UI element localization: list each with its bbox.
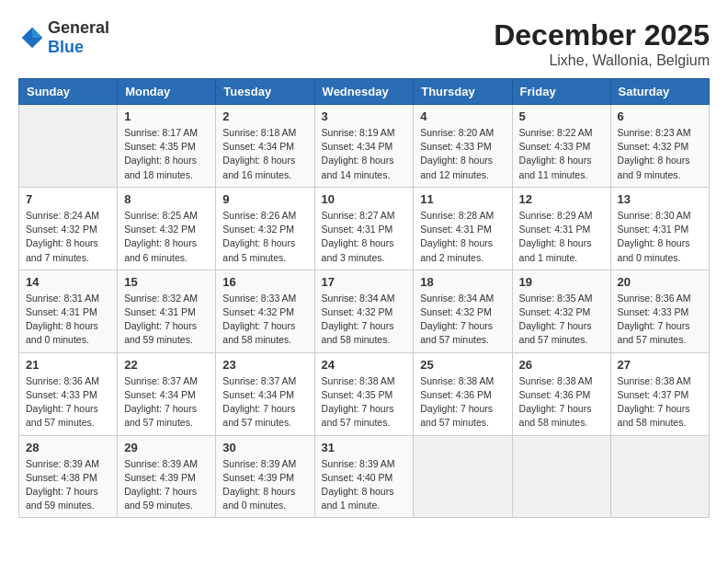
- calendar-cell: 12Sunrise: 8:29 AM Sunset: 4:31 PM Dayli…: [512, 187, 610, 270]
- calendar-cell: 20Sunrise: 8:36 AM Sunset: 4:33 PM Dayli…: [610, 270, 709, 352]
- day-number: 14: [26, 275, 110, 289]
- calendar-cell: 3Sunrise: 8:19 AM Sunset: 4:34 PM Daylig…: [314, 105, 414, 188]
- calendar-cell: 25Sunrise: 8:38 AM Sunset: 4:36 PM Dayli…: [414, 352, 512, 435]
- calendar-cell: 26Sunrise: 8:38 AM Sunset: 4:36 PM Dayli…: [512, 352, 610, 435]
- day-number: 29: [124, 441, 209, 454]
- calendar-cell: 2Sunrise: 8:18 AM Sunset: 4:34 PM Daylig…: [216, 105, 314, 188]
- day-info: Sunrise: 8:27 AM Sunset: 4:31 PM Dayligh…: [322, 209, 407, 265]
- logo-icon: [18, 24, 46, 52]
- calendar-cell: 18Sunrise: 8:34 AM Sunset: 4:32 PM Dayli…: [414, 270, 512, 352]
- calendar-cell: 21Sunrise: 8:36 AM Sunset: 4:33 PM Dayli…: [19, 352, 118, 435]
- calendar-cell: 16Sunrise: 8:33 AM Sunset: 4:32 PM Dayli…: [216, 270, 314, 352]
- day-number: 31: [322, 441, 407, 454]
- page-subtitle: Lixhe, Wallonia, Belgium: [494, 52, 710, 69]
- logo-text-blue: Blue: [48, 38, 84, 56]
- day-info: Sunrise: 8:38 AM Sunset: 4:36 PM Dayligh…: [519, 374, 604, 431]
- day-number: 24: [322, 358, 407, 372]
- calendar-week-row: 14Sunrise: 8:31 AM Sunset: 4:31 PM Dayli…: [19, 270, 710, 352]
- calendar-week-row: 21Sunrise: 8:36 AM Sunset: 4:33 PM Dayli…: [19, 352, 710, 435]
- calendar-cell: 31Sunrise: 8:39 AM Sunset: 4:40 PM Dayli…: [314, 435, 414, 518]
- day-info: Sunrise: 8:19 AM Sunset: 4:34 PM Dayligh…: [322, 126, 407, 182]
- day-number: 30: [222, 441, 307, 454]
- day-info: Sunrise: 8:22 AM Sunset: 4:33 PM Dayligh…: [519, 126, 604, 182]
- day-info: Sunrise: 8:26 AM Sunset: 4:32 PM Dayligh…: [222, 209, 307, 265]
- svg-marker-1: [32, 28, 42, 38]
- calendar-cell: [19, 105, 118, 188]
- calendar-cell: 14Sunrise: 8:31 AM Sunset: 4:31 PM Dayli…: [19, 270, 118, 352]
- day-number: 2: [222, 109, 307, 123]
- calendar-week-row: 28Sunrise: 8:39 AM Sunset: 4:38 PM Dayli…: [19, 435, 710, 518]
- day-number: 20: [618, 275, 702, 289]
- day-number: 7: [26, 192, 110, 206]
- day-number: 6: [618, 109, 702, 123]
- calendar-cell: 27Sunrise: 8:38 AM Sunset: 4:37 PM Dayli…: [610, 352, 709, 435]
- day-number: 21: [26, 358, 110, 372]
- calendar-cell: 11Sunrise: 8:28 AM Sunset: 4:31 PM Dayli…: [414, 187, 512, 270]
- day-number: 12: [519, 192, 604, 206]
- day-info: Sunrise: 8:37 AM Sunset: 4:34 PM Dayligh…: [222, 374, 307, 431]
- calendar-cell: 19Sunrise: 8:35 AM Sunset: 4:32 PM Dayli…: [512, 270, 610, 352]
- day-number: 9: [222, 192, 307, 206]
- day-info: Sunrise: 8:37 AM Sunset: 4:34 PM Dayligh…: [124, 374, 209, 431]
- calendar-table: SundayMondayTuesdayWednesdayThursdayFrid…: [18, 78, 710, 518]
- page-title: December 2025: [494, 18, 710, 52]
- calendar-cell: 29Sunrise: 8:39 AM Sunset: 4:39 PM Dayli…: [118, 435, 216, 518]
- day-number: 17: [322, 275, 407, 289]
- day-number: 27: [618, 358, 702, 372]
- day-number: 15: [124, 275, 209, 289]
- day-number: 1: [124, 109, 209, 123]
- day-number: 28: [26, 441, 110, 454]
- column-header-tuesday: Tuesday: [216, 79, 314, 105]
- day-number: 16: [222, 275, 307, 289]
- calendar-cell: 4Sunrise: 8:20 AM Sunset: 4:33 PM Daylig…: [414, 105, 512, 188]
- day-number: 13: [618, 192, 702, 206]
- day-number: 4: [420, 109, 505, 123]
- calendar-cell: 13Sunrise: 8:30 AM Sunset: 4:31 PM Dayli…: [610, 187, 709, 270]
- column-header-monday: Monday: [118, 79, 216, 105]
- calendar-cell: 5Sunrise: 8:22 AM Sunset: 4:33 PM Daylig…: [512, 105, 610, 188]
- day-info: Sunrise: 8:33 AM Sunset: 4:32 PM Dayligh…: [222, 292, 307, 348]
- title-block: December 2025 Lixhe, Wallonia, Belgium: [494, 18, 710, 69]
- column-header-sunday: Sunday: [19, 79, 118, 105]
- day-info: Sunrise: 8:34 AM Sunset: 4:32 PM Dayligh…: [420, 292, 505, 348]
- day-number: 23: [222, 358, 307, 372]
- day-info: Sunrise: 8:28 AM Sunset: 4:31 PM Dayligh…: [420, 209, 505, 265]
- day-number: 25: [420, 358, 505, 372]
- calendar-cell: 6Sunrise: 8:23 AM Sunset: 4:32 PM Daylig…: [610, 105, 709, 188]
- day-info: Sunrise: 8:36 AM Sunset: 4:33 PM Dayligh…: [26, 374, 110, 431]
- calendar-cell: [512, 435, 610, 518]
- column-header-wednesday: Wednesday: [314, 79, 414, 105]
- day-info: Sunrise: 8:32 AM Sunset: 4:31 PM Dayligh…: [124, 292, 209, 348]
- calendar-cell: 22Sunrise: 8:37 AM Sunset: 4:34 PM Dayli…: [118, 352, 216, 435]
- day-info: Sunrise: 8:25 AM Sunset: 4:32 PM Dayligh…: [124, 209, 209, 265]
- column-header-thursday: Thursday: [414, 79, 512, 105]
- calendar-cell: 7Sunrise: 8:24 AM Sunset: 4:32 PM Daylig…: [19, 187, 118, 270]
- day-info: Sunrise: 8:39 AM Sunset: 4:39 PM Dayligh…: [124, 457, 209, 513]
- day-info: Sunrise: 8:29 AM Sunset: 4:31 PM Dayligh…: [519, 209, 604, 265]
- day-info: Sunrise: 8:38 AM Sunset: 4:35 PM Dayligh…: [322, 374, 407, 431]
- day-number: 3: [322, 109, 407, 123]
- calendar-cell: [414, 435, 512, 518]
- day-info: Sunrise: 8:31 AM Sunset: 4:31 PM Dayligh…: [26, 292, 110, 348]
- calendar-cell: 1Sunrise: 8:17 AM Sunset: 4:35 PM Daylig…: [118, 105, 216, 188]
- day-info: Sunrise: 8:23 AM Sunset: 4:32 PM Dayligh…: [618, 126, 702, 182]
- calendar-cell: 17Sunrise: 8:34 AM Sunset: 4:32 PM Dayli…: [314, 270, 414, 352]
- calendar-week-row: 7Sunrise: 8:24 AM Sunset: 4:32 PM Daylig…: [19, 187, 710, 270]
- day-info: Sunrise: 8:36 AM Sunset: 4:33 PM Dayligh…: [618, 292, 702, 348]
- logo-text-general: General: [48, 18, 109, 37]
- day-info: Sunrise: 8:17 AM Sunset: 4:35 PM Dayligh…: [124, 126, 209, 182]
- day-number: 19: [519, 275, 604, 289]
- day-number: 10: [322, 192, 407, 206]
- day-number: 18: [420, 275, 505, 289]
- day-number: 22: [124, 358, 209, 372]
- day-info: Sunrise: 8:38 AM Sunset: 4:36 PM Dayligh…: [420, 374, 505, 431]
- calendar-cell: 23Sunrise: 8:37 AM Sunset: 4:34 PM Dayli…: [216, 352, 314, 435]
- calendar-cell: [610, 435, 709, 518]
- day-info: Sunrise: 8:18 AM Sunset: 4:34 PM Dayligh…: [222, 126, 307, 182]
- day-info: Sunrise: 8:34 AM Sunset: 4:32 PM Dayligh…: [322, 292, 407, 348]
- day-number: 11: [420, 192, 505, 206]
- logo: General Blue: [18, 18, 109, 57]
- day-info: Sunrise: 8:35 AM Sunset: 4:32 PM Dayligh…: [519, 292, 604, 348]
- calendar-cell: 8Sunrise: 8:25 AM Sunset: 4:32 PM Daylig…: [118, 187, 216, 270]
- day-info: Sunrise: 8:38 AM Sunset: 4:37 PM Dayligh…: [618, 374, 702, 431]
